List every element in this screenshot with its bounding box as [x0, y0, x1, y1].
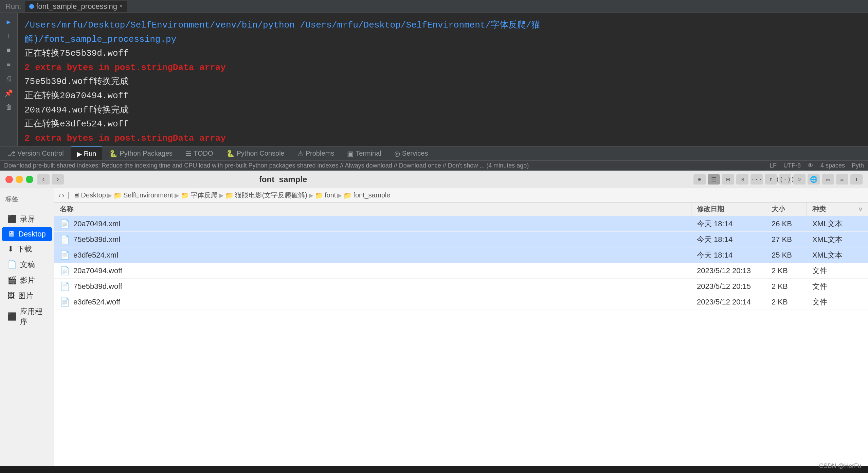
sidebar-item-screen-record[interactable]: ⬛录屏: [2, 211, 52, 227]
breadcrumb-item-3[interactable]: 📁猫眼电影(文字反爬破解): [225, 191, 307, 200]
file-type: 文件: [812, 266, 827, 276]
ide-content-area: ▶ ↑ ■ ≡ 🖨 📌 🗑 /Users/mrfu/Desktop/SelfEn…: [0, 13, 868, 146]
file-row[interactable]: 📄 75e5b39d.woff 2023/5/12 20:15 2 KB 文件: [54, 279, 868, 294]
up-button[interactable]: ↑: [3, 30, 15, 42]
bottom-tab-terminal[interactable]: ▣Terminal: [341, 146, 387, 160]
file-date-cell: 今天 18:14: [691, 247, 766, 263]
file-size-cell: 27 KB: [766, 232, 807, 247]
bottom-tab-problems[interactable]: ⚠Problems: [291, 146, 340, 160]
breadcrumb-sep: ▶: [175, 192, 179, 199]
breadcrumb-nav-fwd[interactable]: ›: [62, 191, 65, 199]
encoding[interactable]: UTF-8: [783, 162, 801, 169]
fullscreen-button[interactable]: [26, 176, 33, 183]
sidebar-item-apps[interactable]: ⬛应用程序: [2, 304, 52, 330]
gallery-view-button[interactable]: ⊡: [736, 174, 748, 185]
bottom-tab-services[interactable]: ◎Services: [388, 146, 434, 160]
pin-button[interactable]: 📌: [3, 87, 15, 99]
breadcrumb-icon-3: 📁: [225, 191, 234, 199]
console-line: 20a70494.woff转换完成: [24, 103, 861, 118]
edit-button[interactable]: ✏: [836, 174, 848, 185]
airdrop-button[interactable]: ((·)): [779, 174, 791, 185]
stop-button[interactable]: ■: [3, 44, 15, 56]
tab-close-button[interactable]: ×: [119, 3, 123, 10]
bottom-tab-run[interactable]: ▶Run: [71, 146, 103, 160]
tab-label-problems: Problems: [306, 150, 334, 157]
console-output: /Users/mrfu/Desktop/SelfEnvironment/venv…: [18, 13, 868, 146]
tab-name: font_sample_processing: [36, 2, 117, 11]
sidebar-label-pictures: 图片: [18, 291, 33, 301]
console-path-line2: 解)/font_sample_processing.py: [24, 33, 861, 47]
file-icon: 📄: [60, 266, 70, 276]
file-type-cell: XML文本: [807, 247, 868, 263]
file-type: XML文本: [812, 250, 843, 260]
breadcrumb-item-1[interactable]: 📁SelfEnvironment: [113, 191, 173, 199]
column-date[interactable]: 修改日期: [691, 203, 766, 216]
sidebar-item-pictures[interactable]: 🖼图片: [2, 288, 52, 304]
file-row[interactable]: 📄 20a70494.xml 今天 18:14 26 KB XML文本: [54, 216, 868, 232]
bottom-tab-version-control[interactable]: ⎇Version Control: [1, 146, 70, 160]
ide-tab-bar: Run: font_sample_processing ×: [0, 0, 868, 13]
tab-label-services: Services: [402, 150, 428, 157]
file-date: 今天 18:14: [697, 250, 733, 260]
breadcrumb-sep: ▶: [309, 192, 313, 199]
tab-label-todo: TODO: [194, 150, 213, 157]
breadcrumb-item-2[interactable]: 📁字体反爬: [181, 191, 218, 200]
column-view-button[interactable]: ⊟: [722, 174, 734, 185]
column-type[interactable]: 种类 ∨: [807, 203, 868, 216]
file-size: 26 KB: [772, 220, 792, 228]
sort-chevron: ∨: [858, 206, 863, 213]
globe-button[interactable]: 🌐: [808, 174, 820, 185]
file-size: 2 KB: [772, 282, 788, 291]
file-type-cell: 文件: [807, 263, 868, 278]
tab-label-python-packages: Python Packages: [120, 150, 173, 157]
icon-view-button[interactable]: ⊞: [693, 174, 706, 185]
file-name: 75e5b39d.woff: [73, 282, 122, 291]
file-name: 20a70494.xml: [73, 220, 120, 228]
more-options-button[interactable]: ···: [751, 174, 763, 185]
format-button[interactable]: ≡: [3, 58, 15, 71]
spaces[interactable]: 4 spaces: [820, 162, 845, 169]
python-indicator: Pyth: [852, 162, 864, 169]
tags-button[interactable]: ○: [793, 174, 806, 185]
sidebar-item-movies[interactable]: 🎬影片: [2, 273, 52, 288]
sidebar-section-label: [0, 207, 54, 211]
file-type-cell: XML文本: [807, 216, 868, 231]
run-button[interactable]: ▶: [3, 16, 15, 28]
sidebar-item-documents[interactable]: 📄文稿: [2, 257, 52, 273]
console-line: 75e5b39d.woff转换完成: [24, 75, 861, 89]
close-button[interactable]: [5, 176, 13, 183]
delete-button[interactable]: 🗑: [3, 101, 15, 113]
sidebar-item-desktop[interactable]: 🖥Desktop: [2, 227, 52, 241]
back-button[interactable]: ‹: [37, 174, 50, 185]
breadcrumb-nav-back[interactable]: ‹: [58, 191, 61, 199]
watermark: CSDN @HorFu: [819, 462, 861, 470]
file-row[interactable]: 📄 e3dfe524.woff 2023/5/12 20:14 2 KB 文件: [54, 294, 868, 310]
file-row[interactable]: 📄 75e5b39d.xml 今天 18:14 27 KB XML文本: [54, 232, 868, 247]
breadcrumb-item-0[interactable]: 🖥Desktop: [73, 191, 106, 199]
file-row[interactable]: 📄 e3dfe524.xml 今天 18:14 25 KB XML文本: [54, 247, 868, 263]
column-size[interactable]: 大小: [766, 203, 807, 216]
run-label: Run:: [3, 2, 24, 11]
tab-label-python-console: Python Console: [237, 150, 285, 157]
breadcrumb-item-5[interactable]: 📁font_sample: [343, 191, 390, 199]
run-tab[interactable]: font_sample_processing ×: [25, 1, 127, 12]
print-button[interactable]: 🖨: [3, 73, 15, 85]
share-button[interactable]: ⬆: [765, 174, 777, 185]
file-type: 文件: [812, 281, 827, 292]
sidebar-item-downloads[interactable]: ⬇下载: [2, 241, 52, 257]
download-arrow-button[interactable]: ⬇: [850, 174, 863, 185]
sidebar-icon-desktop: 🖥: [7, 230, 15, 239]
minimize-button[interactable]: [16, 176, 23, 183]
column-name[interactable]: 名称: [54, 203, 691, 216]
list-view-button[interactable]: ☰: [708, 174, 720, 185]
file-row[interactable]: 📄 20a70494.woff 2023/5/12 20:13 2 KB 文件: [54, 263, 868, 279]
bottom-tab-python-packages[interactable]: 🐍Python Packages: [103, 146, 179, 160]
file-type: XML文本: [812, 234, 843, 245]
forward-button[interactable]: ›: [52, 174, 64, 185]
mail-button[interactable]: ✉: [822, 174, 834, 185]
bottom-tab-python-console[interactable]: 🐍Python Console: [220, 146, 291, 160]
bottom-tab-todo[interactable]: ☰TODO: [179, 146, 219, 160]
file-type: 文件: [812, 297, 827, 307]
breadcrumb-item-4[interactable]: 📁font: [315, 191, 336, 199]
line-ending[interactable]: LF: [770, 162, 777, 169]
